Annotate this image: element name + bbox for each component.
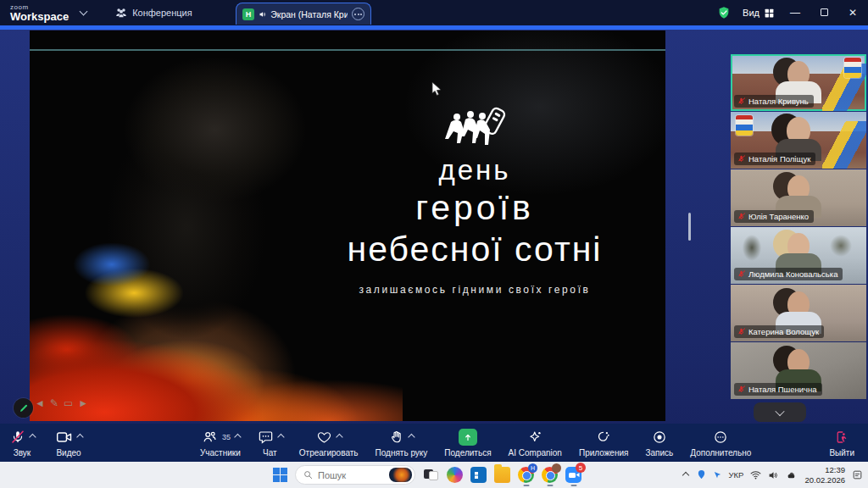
volume-icon[interactable]: [768, 470, 779, 480]
copilot-icon[interactable]: [447, 467, 463, 483]
zoom-workspace-logo[interactable]: zoom Workspace: [10, 4, 69, 22]
taskbar-search[interactable]: [295, 465, 415, 485]
pin-icon[interactable]: [697, 469, 706, 480]
more-button[interactable]: Дополнительно: [685, 429, 756, 458]
annotation-pen-button[interactable]: [14, 398, 33, 418]
taskbar-clock[interactable]: 12:39 20.02.2026: [804, 465, 845, 485]
apps-icon: [596, 430, 612, 445]
participant-tile[interactable]: Катерина Волощук: [731, 285, 866, 341]
reactions-options-caret[interactable]: [336, 433, 342, 440]
mic-muted-icon: [737, 97, 745, 105]
participant-name: Наталія Поліщук: [748, 154, 810, 164]
panel-resize-handle[interactable]: [688, 213, 691, 241]
collapse-participants-button[interactable]: [754, 402, 806, 422]
hidden-icons-chevron[interactable]: [682, 471, 688, 478]
tab-conference[interactable]: Конференция: [115, 8, 192, 18]
video-button[interactable]: Видео: [51, 429, 86, 458]
school-crest-logo: [844, 58, 861, 78]
clock-date: 20.02.2026: [804, 475, 845, 485]
cursor-tool-icon[interactable]: [713, 470, 722, 480]
wifi-icon[interactable]: [750, 470, 761, 480]
windows-start-button[interactable]: [273, 468, 287, 482]
display-settings-button[interactable]: ▭: [64, 397, 73, 409]
record-button[interactable]: Запись: [640, 429, 678, 458]
slideshow-controls: ◄ ✎ ▭ ►: [35, 397, 88, 409]
participant-tile[interactable]: Наталія Поліщук: [731, 112, 866, 169]
raise-hand-button[interactable]: Поднять руку: [370, 429, 433, 458]
mute-button[interactable]: Звук: [5, 429, 39, 458]
participant-tile[interactable]: Юлія Тараненко: [731, 169, 866, 226]
participants-options-caret[interactable]: [234, 433, 241, 440]
chat-options-caret[interactable]: [277, 433, 284, 440]
minimize-button[interactable]: —: [787, 7, 804, 19]
search-highlight-image[interactable]: [389, 468, 412, 482]
tab-more-options-icon[interactable]: [352, 8, 364, 20]
heart-icon: [316, 430, 332, 445]
close-button[interactable]: ✕: [844, 7, 861, 19]
chrome-icon[interactable]: H: [518, 467, 534, 483]
video-options-caret[interactable]: [76, 433, 83, 440]
slide-subtitle: залишаємось гідними своїх героїв: [284, 284, 665, 296]
chat-button[interactable]: Чат: [253, 429, 287, 458]
participant-tile[interactable]: Людмила Коновальська: [731, 227, 866, 284]
participant-name: Катерина Волощук: [748, 327, 819, 336]
tab-screen-share[interactable]: Н Экран (Наталя Кривунь): [236, 3, 371, 25]
participant-tile[interactable]: Наталя Кривунь: [731, 54, 866, 111]
language-indicator[interactable]: УКР: [729, 470, 744, 480]
task-view-button[interactable]: [423, 467, 439, 483]
notification-center-icon[interactable]: [852, 469, 863, 480]
running-app-indicator: [570, 485, 576, 487]
shared-screen-view: день героїв небесної сотні залишаємось г…: [30, 30, 665, 421]
reactions-label: Отреагировать: [299, 448, 359, 458]
running-app-indicator: [547, 485, 553, 487]
host-avatar-badge: Н: [242, 8, 254, 20]
view-button[interactable]: Вид: [743, 8, 775, 19]
chevron-down-icon[interactable]: [80, 8, 88, 16]
reactions-button[interactable]: Отреагировать: [294, 429, 364, 458]
mic-muted-icon: [737, 270, 745, 278]
security-shield-icon[interactable]: [717, 6, 731, 19]
participant-name-pill: Наталія Поліщук: [734, 152, 815, 165]
share-screen-icon: [459, 429, 477, 446]
ai-companion-button[interactable]: AI Companion: [504, 429, 567, 458]
file-explorer-icon[interactable]: [494, 467, 510, 483]
share-screen-button[interactable]: Поделиться: [439, 429, 496, 458]
apps-button[interactable]: Приложения: [574, 429, 634, 458]
participants-panel: Наталя Кривунь Наталія Поліщук: [731, 54, 866, 400]
microsoft-store-icon[interactable]: [470, 467, 487, 483]
search-input[interactable]: [318, 470, 384, 480]
pencil-icon: [19, 403, 29, 413]
slide-title-line2: героїв: [284, 188, 665, 228]
video-label: Видео: [56, 448, 81, 458]
ai-companion-sparkle-icon: [527, 430, 543, 445]
leave-meeting-button[interactable]: Выйти: [824, 429, 860, 458]
participant-tile[interactable]: Наталя Пшенична: [731, 342, 866, 399]
school-crest-logo: [736, 115, 753, 136]
leave-meeting-label: Выйти: [829, 448, 854, 458]
raise-hand-options-caret[interactable]: [409, 433, 415, 440]
chrome-profile-badge: H: [528, 463, 537, 473]
restore-icon: [821, 8, 828, 16]
participants-button[interactable]: 35 Участники: [195, 429, 246, 458]
maximize-button[interactable]: [815, 7, 832, 19]
clock-time: 12:39: [804, 465, 845, 475]
leave-meeting-icon: [834, 430, 850, 445]
meeting-toolbar: Звук Видео 35 Участники: [0, 424, 868, 462]
zoom-meeting-window: zoom Workspace Конференция Н Экран (Ната…: [0, 0, 868, 488]
next-slide-button[interactable]: ►: [78, 397, 88, 409]
apps-label: Приложения: [579, 448, 629, 458]
zoom-app-icon[interactable]: 5: [565, 467, 581, 483]
pen-tool-button[interactable]: ✎: [50, 397, 58, 409]
chrome-second-profile-icon[interactable]: [542, 467, 558, 483]
previous-slide-button[interactable]: ◄: [35, 397, 45, 409]
participant-name-pill: Катерина Волощук: [734, 325, 824, 338]
more-label: Дополнительно: [690, 448, 751, 458]
slide-text-block: день героїв небесної сотні залишаємось г…: [284, 30, 665, 296]
participants-icon: [202, 430, 218, 445]
participant-name: Юлія Тараненко: [748, 212, 809, 221]
mute-options-caret[interactable]: [29, 433, 36, 440]
record-icon: [652, 430, 667, 445]
battery-icon[interactable]: [786, 470, 798, 480]
slide-title-line1: день: [284, 154, 665, 186]
search-icon: [303, 470, 313, 480]
